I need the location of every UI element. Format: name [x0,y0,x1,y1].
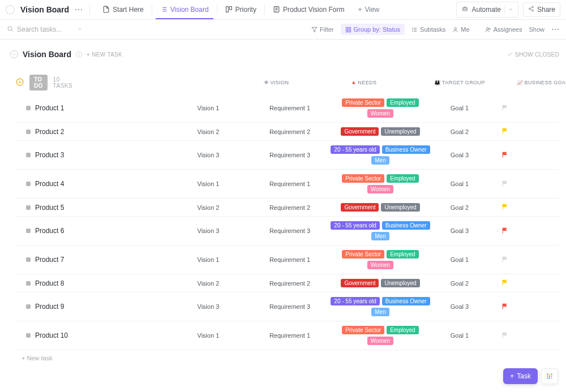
tag[interactable]: Women [367,261,393,269]
flag-icon[interactable] [501,104,509,113]
status-icon[interactable] [26,304,31,309]
priority-cell[interactable] [488,303,522,311]
needs-cell[interactable]: Requirement 2 [250,204,329,211]
status-icon[interactable] [26,205,31,210]
table-row[interactable]: Product 10Vision 1Requirement 1Private S… [16,321,559,350]
tag[interactable]: Employed [387,326,418,334]
tag[interactable]: Employed [387,98,418,107]
status-icon[interactable] [26,229,31,233]
goals-cell[interactable]: Goal 3 [431,227,488,234]
tag[interactable]: Unemployed [381,127,419,136]
tag[interactable]: Women [367,109,393,118]
status-label[interactable]: TO DO [29,75,48,91]
goals-cell[interactable]: Goal 1 [431,180,488,187]
add-view-button[interactable]: + View [354,6,383,14]
target-cell[interactable]: Private SectorEmployedWomen [329,325,431,346]
tag[interactable]: Government [341,127,379,136]
group-by-button[interactable]: Group by: Status [341,24,405,35]
goals-cell[interactable]: Goal 2 [431,128,488,135]
task-name-cell[interactable]: Product 9 [16,303,166,311]
status-icon[interactable] [26,153,31,157]
tag[interactable]: Government [341,279,379,287]
table-row[interactable]: Product 8Vision 2Requirement 2Government… [16,274,559,292]
priority-cell[interactable] [488,227,522,235]
task-name-cell[interactable]: Product 10 [16,331,166,339]
vision-cell[interactable]: Vision 1 [166,105,250,111]
goals-cell[interactable]: Goal 3 [431,303,488,310]
vision-cell[interactable]: Vision 1 [166,256,250,263]
priority-cell[interactable] [488,127,522,136]
table-row[interactable]: Product 2Vision 2Requirement 2Government… [16,123,559,141]
search-wrap[interactable] [7,25,92,34]
tag[interactable]: 20 - 55 years old [331,221,380,230]
show-button[interactable]: Show [529,26,544,33]
needs-cell[interactable]: Requirement 3 [250,303,329,310]
tag[interactable]: Men [371,156,389,165]
target-cell[interactable]: Private SectorEmployedWomen [329,173,431,195]
priority-cell[interactable] [488,256,522,264]
table-row[interactable]: Product 5Vision 2Requirement 2Government… [16,199,559,217]
view-tab-priority[interactable]: Priority [221,1,261,19]
subtasks-button[interactable]: Subtasks [411,26,445,33]
flag-icon[interactable] [501,180,509,188]
col-target[interactable]: 👪TARGET GROUP [409,80,511,85]
task-name-cell[interactable]: Product 1 [16,104,166,112]
needs-cell[interactable]: Requirement 3 [250,152,329,158]
table-row[interactable]: Product 3Vision 3Requirement 320 - 55 ye… [16,141,559,170]
tag[interactable]: Women [367,337,393,345]
tag[interactable]: Men [371,308,389,316]
tag[interactable]: Private Sector [342,250,384,259]
flag-icon[interactable] [501,303,509,311]
tag[interactable]: Employed [387,250,418,259]
priority-cell[interactable] [488,151,522,160]
tag[interactable]: Unemployed [381,203,419,212]
tag[interactable]: Unemployed [381,279,419,287]
priority-cell[interactable] [488,180,522,188]
view-tab-start-here[interactable]: Start Here [98,1,148,19]
needs-cell[interactable]: Requirement 1 [250,180,329,187]
fab-task-button[interactable]: + Task [503,368,538,384]
task-name-cell[interactable]: Product 8 [16,279,166,287]
view-tab-vision-board[interactable]: Vision Board [156,1,213,19]
flag-icon[interactable] [501,256,509,264]
tag[interactable]: Women [367,185,393,193]
vision-cell[interactable]: Vision 1 [166,180,250,187]
status-icon[interactable] [26,333,31,338]
assignees-button[interactable]: Assignees [485,26,522,33]
new-task-row[interactable]: + New task [16,350,559,366]
page-more-icon[interactable]: ⋯ [75,5,83,14]
vision-cell[interactable]: Vision 2 [166,204,250,211]
tag[interactable]: Men [371,232,389,240]
needs-cell[interactable]: Requirement 1 [250,332,329,339]
filter-button[interactable]: Filter [311,26,333,33]
view-tab-product-vision-form[interactable]: Product Vision Form [268,1,349,19]
share-button[interactable]: Share [523,2,560,17]
target-cell[interactable]: Private SectorEmployedWomen [329,249,431,270]
target-cell[interactable]: 20 - 55 years oldBusiness OwnerMen [329,144,431,166]
info-icon[interactable]: ⓘ [76,50,82,59]
tag[interactable]: Private Sector [342,326,384,334]
tag[interactable]: Private Sector [342,98,384,107]
target-cell[interactable]: Private SectorEmployedWomen [329,97,431,119]
priority-cell[interactable] [488,331,522,340]
goals-cell[interactable]: Goal 2 [431,204,488,211]
flag-icon[interactable] [501,127,509,136]
goals-cell[interactable]: Goal 3 [431,152,488,158]
vision-cell[interactable]: Vision 3 [166,227,250,234]
target-cell[interactable]: 20 - 55 years oldBusiness OwnerMen [329,220,431,242]
tag[interactable]: 20 - 55 years old [331,145,380,154]
goals-cell[interactable]: Goal 1 [431,256,488,263]
task-name-cell[interactable]: Product 2 [16,128,166,136]
status-icon[interactable] [26,257,31,262]
vision-cell[interactable]: Vision 3 [166,152,250,158]
priority-cell[interactable] [488,279,522,287]
flag-icon[interactable] [501,227,509,235]
fab-apps-button[interactable] [541,368,558,384]
table-row[interactable]: Product 6Vision 3Requirement 320 - 55 ye… [16,217,559,245]
target-cell[interactable]: GovernmentUnemployed [329,202,431,213]
tag[interactable]: 20 - 55 years old [331,297,380,305]
task-name-cell[interactable]: Product 6 [16,227,166,235]
flag-icon[interactable] [501,203,509,212]
status-icon[interactable] [26,281,31,286]
needs-cell[interactable]: Requirement 2 [250,128,329,135]
